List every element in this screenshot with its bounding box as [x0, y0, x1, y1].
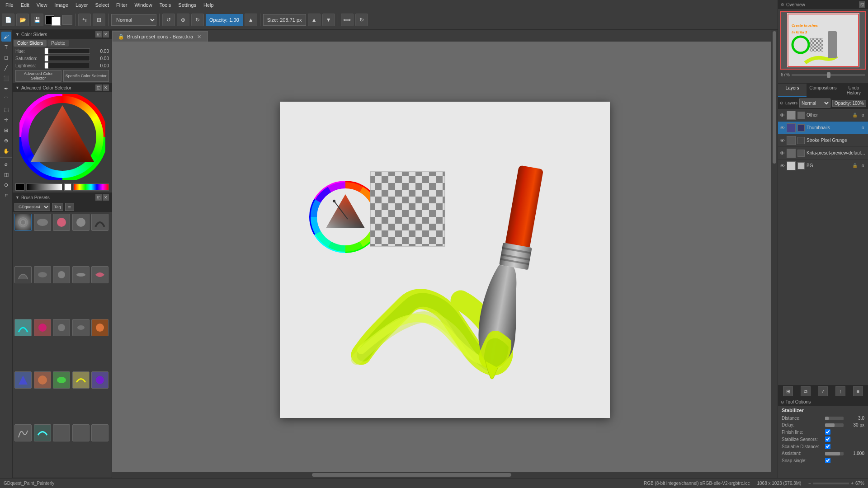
- assistant-slider[interactable]: [825, 452, 844, 455]
- size-up-button[interactable]: ▲: [308, 14, 321, 26]
- layers-opacity-value[interactable]: Opacity: 100%: [832, 100, 866, 107]
- menu-image[interactable]: Image: [51, 1, 72, 9]
- layers-blend-mode-select[interactable]: Normal: [799, 99, 830, 108]
- brush-item-11[interactable]: [14, 319, 32, 336]
- selection-tool-button[interactable]: ⬚: [1, 104, 11, 114]
- rotate-reset-button[interactable]: ↻: [191, 14, 204, 26]
- layer-eye-krita-preview[interactable]: 👁: [780, 150, 785, 156]
- color-picker-tool[interactable]: ⌀: [1, 159, 11, 169]
- text-tool-button[interactable]: T: [1, 42, 11, 52]
- specific-color-selector-button[interactable]: Specific Color Selector: [63, 70, 109, 82]
- overview-float-button[interactable]: ◱: [859, 1, 865, 8]
- fill-tool-button[interactable]: ⬛: [1, 73, 11, 83]
- zoom-slider[interactable]: [813, 483, 849, 484]
- brush-item-22[interactable]: [34, 424, 51, 441]
- hue-slider[interactable]: [44, 48, 90, 54]
- menu-settings[interactable]: Settings: [175, 1, 200, 9]
- brush-item-2[interactable]: [34, 214, 51, 231]
- size-control[interactable]: Size: 208.71 px: [263, 14, 306, 26]
- color-sliders-tab[interactable]: Color Sliders: [14, 40, 47, 47]
- undo-history-tab[interactable]: Undo History: [840, 84, 868, 97]
- add-layer-button[interactable]: ⊞: [783, 386, 793, 396]
- brush-item-17[interactable]: [34, 371, 51, 389]
- document-tab[interactable]: 🔒 Brush preset icons - Basic.kra ✕: [112, 31, 208, 42]
- zoom-plus-icon[interactable]: +: [851, 481, 854, 486]
- open-document-button[interactable]: 📂: [16, 14, 29, 26]
- brush-item-6[interactable]: [14, 266, 32, 283]
- snap-single-checkbox[interactable]: [825, 458, 830, 463]
- color-triangle-svg[interactable]: [28, 103, 96, 171]
- brush-item-4[interactable]: [72, 214, 90, 231]
- tag-button[interactable]: Tag: [52, 203, 63, 211]
- mirror-canvas-button[interactable]: ⟺: [341, 14, 354, 26]
- brush-presets-float-button[interactable]: ◱: [95, 194, 102, 201]
- vertical-scrollbar[interactable]: [771, 30, 778, 472]
- smart-patch-tool[interactable]: ⊙: [1, 180, 11, 190]
- brush-item-25[interactable]: [91, 424, 108, 441]
- menu-tools[interactable]: Tools: [156, 1, 175, 9]
- paint-tool-button[interactable]: 🖌: [1, 32, 11, 42]
- overview-zoom-slider[interactable]: [792, 74, 865, 76]
- color-sliders-float-button[interactable]: ◱: [95, 31, 102, 38]
- compositions-tab[interactable]: Compositions: [807, 84, 840, 97]
- stabilize-sensors-checkbox[interactable]: [825, 436, 830, 442]
- distance-slider[interactable]: [825, 417, 844, 420]
- layers-menu-button[interactable]: ≡: [853, 386, 863, 396]
- move-layer-up-button[interactable]: ✓: [818, 386, 828, 396]
- pen-tool-button[interactable]: ✒: [1, 84, 11, 94]
- brush-item-8[interactable]: [53, 266, 70, 283]
- brush-item-12[interactable]: [34, 319, 51, 336]
- brush-item-16[interactable]: [14, 371, 32, 389]
- blend-mode-select[interactable]: Normal: [111, 14, 156, 26]
- move-tool-button[interactable]: ✛: [1, 115, 11, 125]
- brush-item-7[interactable]: [34, 266, 51, 283]
- hue-strip[interactable]: [73, 183, 109, 191]
- duplicate-layer-button[interactable]: ⧉: [801, 386, 811, 396]
- brush-item-9[interactable]: [72, 266, 90, 283]
- size-down-button[interactable]: ▼: [322, 14, 335, 26]
- brush-item-19[interactable]: [72, 371, 90, 389]
- white-swatch[interactable]: [64, 183, 71, 191]
- move-layer-down-button[interactable]: ↑: [835, 386, 845, 396]
- scalable-distance-checkbox[interactable]: [825, 444, 830, 449]
- gradient-tool[interactable]: ◫: [1, 169, 11, 179]
- advanced-color-selector-button[interactable]: Advanced Color Selector: [15, 70, 61, 82]
- layer-item-stroke[interactable]: 👁 Stroke Pixel Grunge: [778, 134, 868, 147]
- color-sliders-header[interactable]: ▼ Color Sliders ◱ ✕: [13, 30, 112, 39]
- menu-layer[interactable]: Layer: [72, 1, 92, 9]
- menu-edit[interactable]: Edit: [17, 1, 33, 9]
- rotate-canvas-button[interactable]: ↻: [355, 14, 368, 26]
- eraser-tool-button[interactable]: ◻: [1, 52, 11, 62]
- brush-item-5[interactable]: [91, 214, 108, 231]
- brush-item-3[interactable]: [53, 214, 70, 231]
- save-document-button[interactable]: 💾: [31, 14, 43, 26]
- layer-item-other[interactable]: 👁 Other 🔒 α: [778, 109, 868, 122]
- menu-file[interactable]: File: [2, 1, 17, 9]
- menu-view[interactable]: View: [33, 1, 51, 9]
- add-tag-button[interactable]: ≡: [65, 203, 74, 211]
- zoom-tool-button[interactable]: ⊕: [1, 136, 11, 145]
- opacity-up-button[interactable]: ▲: [245, 14, 257, 26]
- layer-item-krita-preview[interactable]: 👁 Krita-preset-preview-default-ba...: [778, 147, 868, 160]
- brush-pattern-button[interactable]: [62, 15, 72, 25]
- menu-window[interactable]: Window: [131, 1, 156, 9]
- transform-tool-button[interactable]: ⊞: [1, 125, 11, 135]
- black-color-swatch[interactable]: [15, 183, 24, 191]
- layer-eye-bg[interactable]: 👁: [780, 163, 785, 169]
- adv-color-close-button[interactable]: ✕: [103, 84, 109, 91]
- tool-grid-button[interactable]: ⊞: [93, 14, 105, 26]
- advanced-color-selector-header[interactable]: ▼ Advanced Color Selector ◱ ✕: [13, 83, 112, 92]
- menu-filter[interactable]: Filter: [113, 1, 131, 9]
- horizontal-scrollbar[interactable]: [112, 472, 778, 478]
- zoom-minus-icon[interactable]: −: [808, 481, 811, 486]
- crop-tool[interactable]: ⌗: [1, 190, 11, 200]
- menu-select[interactable]: Select: [91, 1, 113, 9]
- layer-item-thumbnails[interactable]: 👁 Thumbnails α: [778, 122, 868, 134]
- color-sliders-close-button[interactable]: ✕: [103, 31, 109, 38]
- layers-tab[interactable]: Layers: [778, 84, 807, 97]
- canvas-wrapper[interactable]: Create brushes In Krita 3: [112, 42, 778, 478]
- layer-eye-other[interactable]: 👁: [780, 113, 785, 118]
- new-document-button[interactable]: 📄: [2, 14, 14, 26]
- finish-line-checkbox[interactable]: [825, 429, 830, 435]
- brush-item-10[interactable]: [91, 266, 108, 283]
